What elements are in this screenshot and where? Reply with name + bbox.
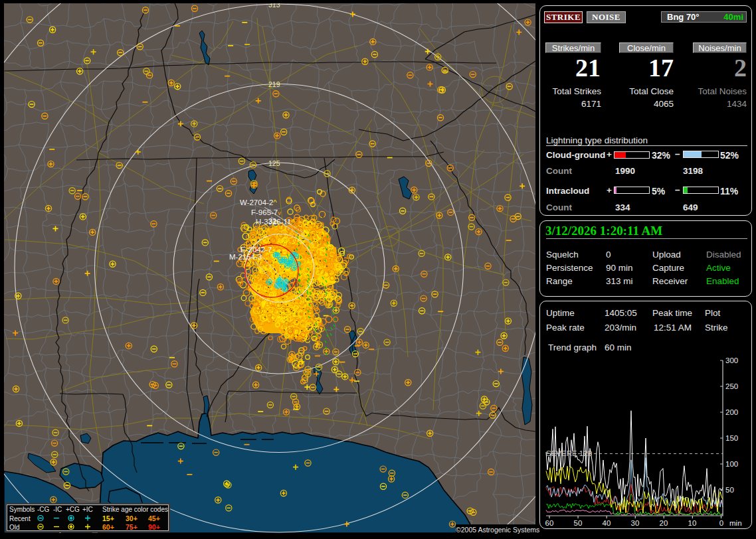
svg-text:Strike age color codes: Strike age color codes — [102, 506, 168, 513]
svg-text:90+: 90+ — [148, 523, 160, 531]
svg-text:-IC: -IC — [53, 506, 62, 513]
svg-text:30: 30 — [631, 519, 640, 527]
svg-text:300: 300 — [725, 356, 738, 364]
svg-text:45+: 45+ — [148, 514, 160, 522]
svg-text:75+: 75+ — [126, 523, 138, 531]
svg-text:min: min — [729, 519, 742, 527]
svg-text:-CG: -CG — [37, 506, 50, 513]
svg-text:40: 40 — [603, 519, 611, 527]
svg-text:150: 150 — [725, 434, 738, 442]
svg-text:50: 50 — [725, 486, 734, 494]
svg-text:Symbols: Symbols — [9, 506, 35, 513]
svg-text:0: 0 — [719, 519, 723, 527]
svg-text:+CG: +CG — [66, 506, 80, 513]
svg-text:10: 10 — [688, 519, 697, 527]
svg-text:Old: Old — [9, 524, 20, 531]
svg-text:60: 60 — [545, 519, 554, 527]
svg-text:30+: 30+ — [126, 514, 138, 522]
svg-text:F-965-7v: F-965-7v — [251, 208, 281, 216]
svg-text:100: 100 — [725, 460, 738, 468]
svg-text:Recent: Recent — [9, 515, 31, 522]
svg-text:50: 50 — [574, 519, 583, 527]
svg-text:31: 31 — [268, 217, 277, 225]
svg-text:125: 125 — [268, 159, 280, 167]
svg-text:M-2154-3: M-2154-3 — [229, 253, 262, 261]
svg-text:20: 20 — [660, 519, 668, 527]
svg-text:200: 200 — [725, 408, 738, 416]
svg-text:60+: 60+ — [102, 523, 114, 531]
svg-text:W-2704-2^: W-2704-2^ — [240, 198, 277, 206]
svg-text:313: 313 — [268, 3, 280, 9]
svg-text:250: 250 — [725, 382, 738, 390]
svg-text:15+: 15+ — [102, 514, 114, 522]
svg-text:+IC: +IC — [82, 506, 93, 513]
svg-text:219: 219 — [268, 80, 280, 88]
svg-text:SEVERE 120: SEVERE 120 — [546, 449, 592, 457]
